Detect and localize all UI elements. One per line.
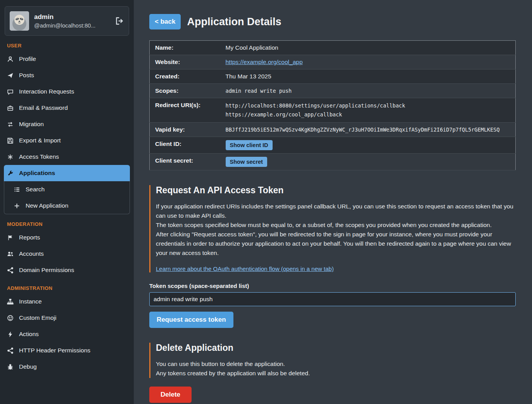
show-client-id-button[interactable]: Show client ID: [226, 140, 273, 150]
main-content: < back Application Details Name: My Cool…: [134, 0, 532, 404]
sidebar-item-new-application[interactable]: New Application: [4, 198, 130, 214]
section-label-user: USER: [7, 43, 127, 49]
row-label: Client secret:: [150, 154, 223, 170]
asterisk-icon: [7, 154, 14, 160]
network-share-icon: [7, 347, 14, 354]
row-label: Vapid key:: [150, 123, 223, 137]
delete-application-line: Any tokens created by the application wi…: [156, 369, 516, 378]
flag-icon: [7, 234, 14, 241]
vapid-key-value: BBJffJ219b5iE512m7wQSzv4KgKDhgZZVzNyWC_r…: [226, 127, 500, 133]
row-value: My Cool Application: [223, 41, 516, 55]
floppy-disk-icon: [7, 137, 14, 144]
smiley-icon: [7, 315, 14, 321]
sitemap-icon: [7, 298, 14, 305]
sidebar-item-migration[interactable]: Migration: [0, 116, 134, 132]
sidebar-item-export-import[interactable]: Export & Import: [0, 132, 134, 149]
request-token-section: Request An API Access Token If your appl…: [149, 185, 516, 272]
delete-application-section: Delete Application You can use this butt…: [149, 343, 516, 378]
app-layout: admin @admin@localhost:80... USER Profil…: [0, 0, 532, 404]
redirect-uri-value: https://example.org/cool_app/callback: [226, 110, 513, 119]
sidebar-item-label: Applications: [19, 170, 55, 177]
applications-submenu: Search New Application: [4, 181, 130, 214]
sidebar-item-reports[interactable]: Reports: [0, 229, 134, 246]
sidebar-item-accounts[interactable]: Accounts: [0, 246, 134, 262]
sidebar-item-label: Domain Permissions: [19, 267, 74, 274]
page-title: Application Details: [187, 16, 281, 28]
sidebar-item-label: Reports: [19, 234, 40, 241]
sidebar-item-applications[interactable]: Applications: [4, 165, 130, 181]
table-row-redirect-uris: Redirect URI(s): http://localhost:8080/s…: [150, 98, 516, 123]
sidebar-item-label: Email & Password: [19, 104, 68, 111]
row-label: Created:: [150, 69, 223, 84]
sidebar-item-domain-permissions[interactable]: Domain Permissions: [0, 262, 134, 278]
avatar: [10, 11, 29, 31]
sidebar-item-actions[interactable]: Actions: [0, 326, 134, 342]
sidebar-item-label: Access Tokens: [19, 153, 59, 160]
sidebar-item-label: Posts: [19, 72, 34, 79]
sidebar-item-custom-emoji[interactable]: Custom Emoji: [0, 310, 134, 326]
back-button[interactable]: < back: [149, 14, 181, 29]
sidebar-item-label: Export & Import: [19, 137, 61, 144]
row-label: Client ID:: [150, 137, 223, 154]
show-secret-button[interactable]: Show secret: [226, 157, 267, 167]
user-card[interactable]: admin @admin@localhost:80...: [5, 6, 129, 36]
sidebar-item-http-header-permissions[interactable]: HTTP Header Permissions: [0, 342, 134, 359]
table-row-website: Website: https://example.org/cool_app: [150, 55, 516, 69]
token-scopes-label: Token scopes (space-separated list): [149, 283, 516, 289]
sidebar-item-label: Migration: [19, 121, 44, 128]
request-token-title: Request An API Access Token: [156, 185, 516, 196]
main-area: < back Application Details Name: My Cool…: [134, 0, 532, 404]
sidebar-item-interaction-requests[interactable]: Interaction Requests: [0, 83, 134, 100]
user-meta: admin @admin@localhost:80...: [34, 13, 95, 29]
user-icon: [7, 56, 14, 62]
exchange-arrows-icon: [7, 121, 14, 128]
row-label: Website:: [150, 55, 223, 69]
row-label: Scopes:: [150, 84, 223, 98]
sidebar-item-applications-search[interactable]: Search: [4, 181, 130, 198]
sloth-avatar-image: [10, 11, 29, 31]
redirect-uri-value: http://localhost:8080/settings/user/appl…: [226, 101, 513, 110]
row-label: Name:: [150, 41, 223, 55]
bolt-icon: [7, 331, 14, 338]
table-row-client-secret: Client secret: Show secret: [150, 154, 516, 170]
delete-button[interactable]: Delete: [149, 387, 192, 403]
table-row-created: Created: Thu Mar 13 2025: [150, 69, 516, 84]
plus-icon: [14, 203, 20, 209]
request-token-paragraph: After clicking "Request access token", y…: [156, 230, 516, 258]
sidebar-item-label: HTTP Header Permissions: [19, 347, 90, 354]
sidebar-item-label: Debug: [19, 363, 37, 370]
scopes-value: admin read write push: [226, 88, 292, 94]
sidebar-item-label: Profile: [19, 55, 36, 62]
sidebar: admin @admin@localhost:80... USER Profil…: [0, 0, 134, 404]
sidebar-item-posts[interactable]: Posts: [0, 67, 134, 83]
sidebar-item-instance[interactable]: Instance: [0, 293, 134, 310]
request-token-paragraph: The token scopes specified below must be…: [156, 220, 516, 230]
sidebar-item-profile[interactable]: Profile: [0, 51, 134, 67]
section-label-moderation: MODERATION: [7, 221, 127, 227]
row-value: Thu Mar 13 2025: [223, 69, 516, 84]
sidebar-item-debug[interactable]: Debug: [0, 359, 134, 375]
token-scopes-input[interactable]: [149, 292, 516, 306]
table-row-client-id: Client ID: Show client ID: [150, 137, 516, 154]
wrench-icon: [7, 170, 14, 177]
table-row-scopes: Scopes: admin read write push: [150, 84, 516, 98]
table-row-name: Name: My Cool Application: [150, 41, 516, 55]
sidebar-item-label: Interaction Requests: [19, 88, 74, 95]
website-link[interactable]: https://example.org/cool_app: [226, 59, 303, 65]
oauth-docs-link[interactable]: Learn more about the OAuth authenticatio…: [156, 265, 334, 272]
sidebar-item-email-password[interactable]: Email & Password: [0, 100, 134, 116]
table-row-vapid-key: Vapid key: BBJffJ219b5iE512m7wQSzv4KgKDh…: [150, 123, 516, 137]
bug-icon: [7, 364, 14, 370]
request-access-token-button[interactable]: Request access token: [149, 312, 233, 328]
page-header: < back Application Details: [149, 14, 516, 29]
sidebar-item-label: Custom Emoji: [19, 314, 56, 321]
logout-icon[interactable]: [115, 16, 124, 26]
user-handle: @admin@localhost:80...: [34, 23, 95, 29]
user-name: admin: [34, 13, 95, 21]
comment-icon: [7, 88, 14, 95]
delete-application-title: Delete Application: [156, 343, 516, 353]
sidebar-item-access-tokens[interactable]: Access Tokens: [0, 149, 134, 165]
delete-application-line: You can use this button to delete the ap…: [156, 359, 516, 369]
users-icon: [7, 251, 14, 257]
request-token-paragraph: If your application redirect URIs includ…: [156, 202, 516, 220]
